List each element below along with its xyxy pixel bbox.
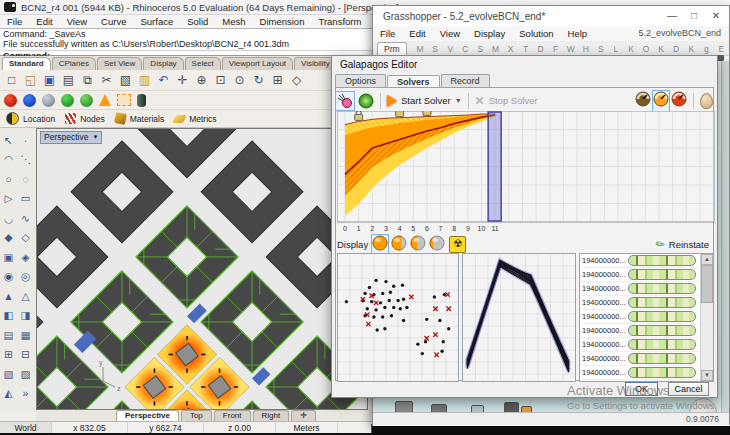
- rotate-view-icon[interactable]: ↻: [250, 72, 267, 89]
- toolbar-tab-select[interactable]: Select: [185, 57, 221, 70]
- cancel-button[interactable]: Cancel: [668, 382, 709, 396]
- genome-list-row[interactable]: 194000000...: [580, 254, 713, 268]
- gh-tab-v-2[interactable]: V: [443, 43, 458, 55]
- gh-tab-l-13[interactable]: L: [608, 43, 623, 55]
- fillet-icon[interactable]: ◧: [0, 306, 17, 326]
- genome-list-row[interactable]: 194000000...: [580, 366, 713, 380]
- genome-list-row[interactable]: 194000000...: [580, 310, 713, 324]
- reinstate-button[interactable]: ✎ Reinstate: [656, 234, 709, 254]
- radioactive-display-icon[interactable]: ☢: [449, 236, 466, 253]
- box-icon[interactable]: ▣: [0, 247, 17, 267]
- mesh-tools-icon[interactable]: ▦: [17, 325, 34, 345]
- gh-tab-d-8[interactable]: D: [533, 43, 548, 55]
- viewport-layout-icon[interactable]: ⊞: [269, 72, 286, 89]
- wireframe-gray-polyhedron-icon[interactable]: [42, 94, 55, 107]
- explode-icon[interactable]: △: [17, 286, 34, 306]
- mesh-icon[interactable]: ▤: [0, 325, 17, 345]
- gh-menu-file[interactable]: File: [373, 27, 402, 40]
- gh-tab-k-18[interactable]: K: [684, 43, 699, 55]
- menu-solid[interactable]: Solid: [180, 15, 215, 28]
- grasshopper-doc-name[interactable]: 5.2_evolveBCN_end: [638, 26, 721, 41]
- viewport-tab-right[interactable]: Right: [253, 410, 290, 421]
- gh-tab-s-4[interactable]: S: [473, 43, 488, 55]
- genome-list-row[interactable]: 194000000...: [580, 282, 713, 296]
- gh-tab-params[interactable]: Prm: [377, 42, 407, 55]
- menu-view[interactable]: View: [60, 15, 94, 28]
- maximize-button[interactable]: □: [683, 6, 705, 24]
- speed-fast-gauge-icon[interactable]: [671, 91, 687, 111]
- gh-menu-view[interactable]: View: [433, 27, 467, 40]
- toolbar-tab-viewport-layout[interactable]: Viewport Layout: [222, 57, 293, 70]
- zoom-extents-icon[interactable]: ⊕: [193, 72, 210, 89]
- surface-icon[interactable]: ◆: [0, 228, 17, 248]
- egg-icon[interactable]: [700, 93, 713, 109]
- cone-orange-icon[interactable]: [99, 94, 111, 106]
- render-red-sphere-icon[interactable]: [4, 94, 17, 107]
- boolean-icon[interactable]: ▲: [0, 286, 17, 306]
- gh-tab-g-19[interactable]: g: [699, 43, 714, 55]
- toolbar-tab-standard[interactable]: Standard: [2, 57, 51, 70]
- paste-icon[interactable]: ▥: [136, 72, 153, 89]
- control-points-icon[interactable]: ⋱: [17, 150, 34, 170]
- genome-gene-capsule[interactable]: [628, 325, 696, 336]
- gh-menu-solution[interactable]: Solution: [512, 27, 560, 40]
- viewport-tab-front[interactable]: Front: [214, 410, 251, 421]
- array-icon[interactable]: ◭: [0, 384, 17, 404]
- viewport-title-menu[interactable]: Perspective ▼: [40, 131, 102, 144]
- print-icon[interactable]: ▤: [60, 72, 77, 89]
- copy-icon[interactable]: ▧: [117, 72, 134, 89]
- gh-tab-k-16[interactable]: K: [654, 43, 669, 55]
- minimize-button[interactable]: —: [661, 6, 683, 24]
- scroll-down-icon[interactable]: ▼: [701, 370, 713, 381]
- fitness-history-chart[interactable]: 01234567891011: [337, 111, 715, 233]
- menu-surface[interactable]: Surface: [133, 15, 180, 28]
- genome-list[interactable]: 194000000...194000000...194000000...1940…: [579, 253, 714, 382]
- genome-list-row[interactable]: 194000000...: [580, 352, 713, 366]
- cylinder-dark-icon[interactable]: [137, 94, 146, 107]
- menu-mesh[interactable]: Mesh: [215, 15, 252, 28]
- display-mode-full-orb[interactable]: [372, 235, 388, 253]
- move-icon[interactable]: ▧: [0, 364, 17, 384]
- galapagos-tab-record[interactable]: Record: [441, 74, 490, 88]
- gh-tab-x-6[interactable]: X: [503, 43, 518, 55]
- gh-tab-t-7[interactable]: T: [518, 43, 533, 55]
- gh-menu-edit[interactable]: Edit: [402, 27, 432, 40]
- toolbar-tab-set-view[interactable]: Set View: [97, 57, 142, 70]
- export-icon[interactable]: ⧉: [79, 72, 96, 89]
- zoom-selected-icon[interactable]: ⊙: [231, 72, 248, 89]
- cut-icon[interactable]: ✂: [98, 72, 115, 89]
- zoom-window-icon[interactable]: ⊡: [212, 72, 229, 89]
- ellipse-icon[interactable]: ◌: [17, 169, 34, 189]
- point-icon[interactable]: ∙: [17, 130, 34, 150]
- panel-materials-button[interactable]: Materials: [115, 113, 164, 124]
- gh-tab-m-0[interactable]: M: [413, 43, 428, 55]
- viewport-tab-perspective[interactable]: Perspective: [116, 410, 179, 421]
- polygon-icon[interactable]: ▷: [0, 189, 17, 209]
- display-mode-quarter-orb[interactable]: [429, 235, 445, 253]
- toolbar-tab-display[interactable]: Display: [143, 57, 183, 70]
- join-icon[interactable]: ⊞: [0, 345, 17, 365]
- gh-menu-help[interactable]: Help: [561, 27, 595, 40]
- menu-edit[interactable]: Edit: [29, 15, 59, 28]
- genome-gene-capsule[interactable]: [628, 283, 696, 294]
- genome-gene-capsule[interactable]: [628, 339, 696, 350]
- chevron-down-icon[interactable]: ▼: [455, 97, 462, 104]
- display-mode-half-orb[interactable]: [410, 235, 426, 253]
- pan-icon[interactable]: ✛: [174, 72, 191, 89]
- render-blue-sphere-icon[interactable]: [23, 94, 36, 107]
- sphere-icon[interactable]: ◈: [17, 247, 34, 267]
- genome-graph-chart[interactable]: [462, 253, 576, 382]
- galapagos-tab-options[interactable]: Options: [335, 74, 386, 88]
- evolutionary-solver-icon[interactable]: [336, 92, 354, 110]
- scrollbar-thumb[interactable]: [701, 265, 713, 303]
- select-icon[interactable]: ↖: [0, 130, 17, 150]
- annealing-solver-icon[interactable]: [358, 93, 374, 109]
- panel-location-button[interactable]: Location: [6, 112, 55, 125]
- menu-curve[interactable]: Curve: [94, 15, 133, 28]
- torus-icon[interactable]: ◎: [17, 267, 34, 287]
- save-file-icon[interactable]: ▣: [41, 72, 58, 89]
- scroll-up-icon[interactable]: ▲: [701, 254, 713, 265]
- gh-tab-e-20[interactable]: E: [714, 43, 729, 55]
- genome-list-row[interactable]: 194000000...: [580, 268, 713, 282]
- panel-metrics-button[interactable]: Metrics: [174, 114, 216, 124]
